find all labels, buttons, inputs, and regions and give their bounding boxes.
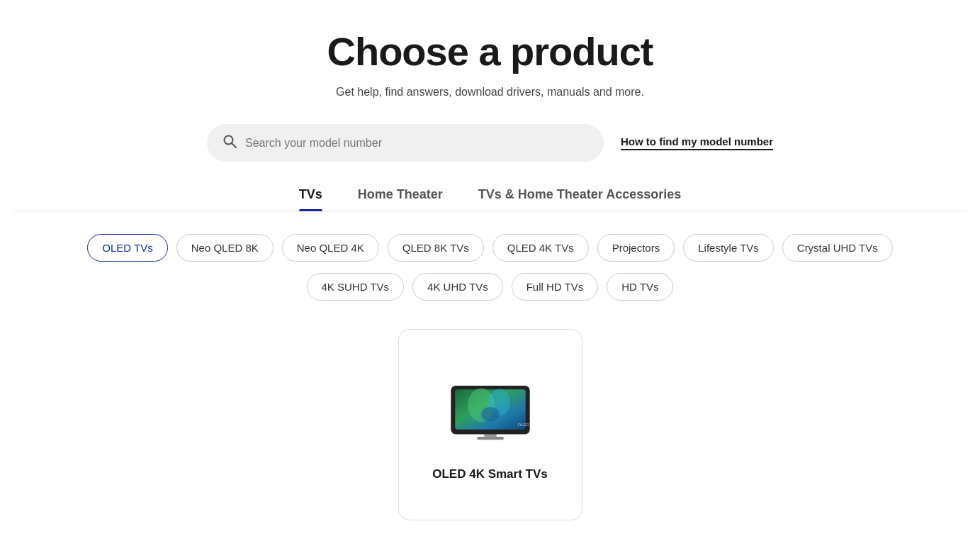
chip-neo-qled-8k[interactable]: Neo QLED 8K (176, 234, 274, 262)
search-row: How to find my model number (171, 124, 809, 162)
svg-point-8 (481, 407, 500, 422)
chip-lifestyle-tvs[interactable]: Lifestyle TVs (683, 234, 774, 262)
tabs-row: TVs Home Theater TVs & Home Theater Acce… (14, 187, 966, 211)
tab-tvs[interactable]: TVs (299, 187, 322, 211)
chip-qled-8k-tvs[interactable]: QLED 8K TVs (388, 234, 484, 262)
chip-4k-uhd-tvs[interactable]: 4K UHD TVs (412, 273, 503, 301)
search-icon (223, 134, 237, 152)
find-model-link[interactable]: How to find my model number (621, 135, 773, 150)
page-container: Choose a product Get help, find answers,… (0, 0, 980, 536)
page-title: Choose a product (327, 28, 653, 74)
filter-chips-row1: OLED TVs Neo QLED 8K Neo QLED 4K QLED 8K… (87, 234, 892, 262)
svg-rect-3 (477, 437, 504, 440)
tab-home-theater[interactable]: Home Theater (358, 187, 443, 211)
chip-hd-tvs[interactable]: HD TVs (607, 273, 673, 301)
search-bar[interactable] (207, 124, 604, 162)
filter-chips-row2: 4K SUHD TVs 4K UHD TVs Full HD TVs HD TV… (307, 273, 674, 301)
chip-4k-suhd-tvs[interactable]: 4K SUHD TVs (307, 273, 405, 301)
product-card-oled[interactable]: OLED OLED 4K Smart TVs (398, 329, 582, 520)
chip-full-hd-tvs[interactable]: Full HD TVs (512, 273, 599, 301)
chip-neo-qled-4k[interactable]: Neo QLED 4K (282, 234, 379, 262)
chip-projectors[interactable]: Projectors (597, 234, 675, 262)
page-subtitle: Get help, find answers, download drivers… (336, 86, 644, 99)
svg-line-1 (232, 143, 236, 147)
tab-accessories[interactable]: TVs & Home Theater Accessories (478, 187, 681, 211)
chip-oled-tvs[interactable]: OLED TVs (87, 234, 167, 262)
product-card-label: OLED 4K Smart TVs (432, 467, 548, 481)
search-input[interactable] (245, 137, 588, 150)
product-image-area: OLED (444, 372, 536, 450)
svg-text:OLED: OLED (517, 423, 529, 427)
product-tv-image: OLED (448, 379, 533, 443)
chip-qled-4k-tvs[interactable]: QLED 4K TVs (492, 234, 589, 262)
chip-crystal-uhd-tvs[interactable]: Crystal UHD TVs (782, 234, 893, 262)
